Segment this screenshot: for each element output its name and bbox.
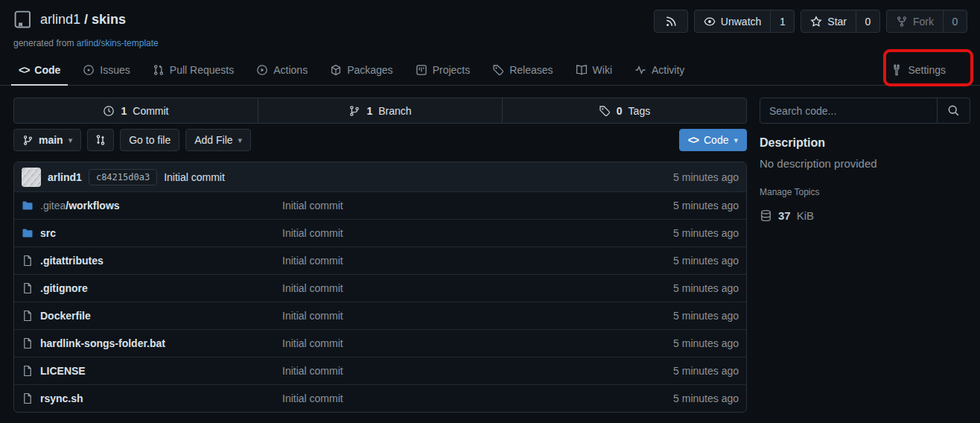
file-list: .gitea/workflows Initial commit 5 minute… <box>14 191 746 412</box>
file-name-link[interactable]: .gitea/workflows <box>22 200 282 212</box>
branch-selector[interactable]: main ▾ <box>13 129 81 151</box>
tab-pull-requests[interactable]: Pull Requests <box>145 55 241 85</box>
file-name-link[interactable]: Dockerfile <box>22 310 282 322</box>
unwatch-label: Unwatch <box>721 16 761 28</box>
file-name-link[interactable]: rsync.sh <box>22 392 282 404</box>
file-row: hardlink-songs-folder.bat Initial commit… <box>14 329 746 357</box>
file-row: Dockerfile Initial commit 5 minutes ago <box>14 302 746 329</box>
gitea-repo-page: arlind1 / skins <box>0 0 980 423</box>
file-row: .gitea/workflows Initial commit 5 minute… <box>14 191 746 219</box>
database-icon <box>760 209 772 222</box>
commits-link[interactable]: 1 Commit <box>14 98 258 123</box>
file-commit-message-link[interactable]: Initial commit <box>282 392 673 404</box>
repo-book-icon <box>13 10 33 29</box>
star-icon <box>810 16 822 28</box>
file-commit-message-link[interactable]: Initial commit <box>282 255 673 267</box>
template-repo-link[interactable]: arlind/skins-template <box>77 38 159 48</box>
wiki-book-icon <box>576 64 588 76</box>
commit-time: 5 minutes ago <box>673 171 739 183</box>
latest-commit-row: arlind1 c84215d0a3 Initial commit 5 minu… <box>14 162 746 191</box>
tab-projects[interactable]: Projects <box>408 55 478 85</box>
repo-title-group: arlind1 / skins <box>13 10 126 29</box>
file-commit-time: 5 minutes ago <box>673 282 739 294</box>
file-commit-message-link[interactable]: Initial commit <box>282 282 673 294</box>
eye-icon <box>704 16 716 28</box>
file-commit-time: 5 minutes ago <box>673 365 739 377</box>
file-commit-message-link[interactable]: Initial commit <box>282 200 673 212</box>
page-title: arlind1 / skins <box>40 12 126 28</box>
repo-summary-bar: 1 Commit 1 Branch <box>13 98 747 124</box>
tab-releases[interactable]: Releases <box>485 55 560 85</box>
stars-count[interactable]: 0 <box>856 10 879 32</box>
star-button[interactable]: Star <box>801 10 856 32</box>
tab-wiki[interactable]: Wiki <box>568 55 620 85</box>
tab-actions[interactable]: Actions <box>249 55 315 85</box>
repo-toolbar: main ▾ Go to file Add File ▾ <box>13 129 747 151</box>
tag-icon <box>492 64 504 76</box>
activity-pulse-icon <box>634 64 646 76</box>
file-commit-message-link[interactable]: Initial commit <box>282 227 673 239</box>
file-commit-message-link[interactable]: Initial commit <box>282 365 673 377</box>
tab-activity[interactable]: Activity <box>627 55 692 85</box>
tab-issues[interactable]: Issues <box>75 55 137 85</box>
folder-icon <box>22 200 34 212</box>
branch-icon <box>349 105 360 117</box>
search-icon <box>947 104 960 117</box>
tab-packages[interactable]: Packages <box>322 55 400 85</box>
tab-settings[interactable]: Settings <box>883 55 953 85</box>
branches-link[interactable]: 1 Branch <box>258 98 502 123</box>
file-icon <box>22 365 34 377</box>
fork-button[interactable]: Fork <box>887 10 943 32</box>
file-icon <box>22 337 34 349</box>
avatar[interactable] <box>22 168 41 187</box>
repo-name-link[interactable]: skins <box>92 12 126 27</box>
commit-message-link[interactable]: Initial commit <box>164 171 225 183</box>
file-commit-time: 5 minutes ago <box>673 392 739 404</box>
tab-code[interactable]: <> Code <box>11 55 68 85</box>
manage-topics-link[interactable]: Manage Topics <box>760 187 970 197</box>
compare-button[interactable] <box>87 129 114 151</box>
repo-tab-nav: <> Code Issues Pull Requests <box>0 55 980 86</box>
unwatch-button[interactable]: Unwatch <box>695 10 770 32</box>
tag-icon <box>599 105 611 117</box>
code-download-button[interactable]: <> Code ▾ <box>679 129 747 151</box>
pull-request-icon <box>153 64 165 76</box>
add-file-button[interactable]: Add File ▾ <box>185 129 251 151</box>
file-row: LICENSE Initial commit 5 minutes ago <box>14 357 746 384</box>
file-row: .gitattributes Initial commit 5 minutes … <box>14 247 746 274</box>
package-icon <box>330 64 342 76</box>
file-icon <box>22 392 34 404</box>
file-name-link[interactable]: src <box>22 227 282 239</box>
file-row: .gitignore Initial commit 5 minutes ago <box>14 274 746 302</box>
forks-count[interactable]: 0 <box>943 10 967 32</box>
fork-label: Fork <box>913 16 934 28</box>
file-icon <box>22 310 34 322</box>
repo-owner-link[interactable]: arlind1 <box>40 12 80 27</box>
star-label: Star <box>827 16 847 28</box>
code-search-box <box>760 98 970 124</box>
file-commit-message-link[interactable]: Initial commit <box>282 337 673 349</box>
file-name-link[interactable]: LICENSE <box>22 365 282 377</box>
rss-button[interactable] <box>655 10 687 32</box>
commit-author-link[interactable]: arlind1 <box>48 171 82 183</box>
file-commit-time: 5 minutes ago <box>673 310 739 322</box>
file-name-link[interactable]: hardlink-songs-folder.bat <box>22 337 282 349</box>
go-to-file-button[interactable]: Go to file <box>120 129 179 151</box>
fork-icon <box>896 16 908 28</box>
file-commit-time: 5 minutes ago <box>673 337 739 349</box>
file-name-link[interactable]: .gitignore <box>22 282 282 294</box>
chevron-down-icon: ▾ <box>238 136 243 145</box>
tags-link[interactable]: 0 Tags <box>502 98 746 123</box>
repo-size-unit: KiB <box>797 209 814 222</box>
file-icon <box>22 282 34 294</box>
chevron-down-icon: ▾ <box>69 136 73 145</box>
watchers-count[interactable]: 1 <box>770 10 794 32</box>
commit-hash-chip[interactable]: c84215d0a3 <box>89 169 157 185</box>
search-button[interactable] <box>937 98 970 123</box>
file-commit-message-link[interactable]: Initial commit <box>282 310 673 322</box>
description-heading: Description <box>760 136 970 150</box>
file-table: arlind1 c84215d0a3 Initial commit 5 minu… <box>13 162 747 413</box>
file-name-link[interactable]: .gitattributes <box>22 255 282 267</box>
fork-button-group: Fork 0 <box>886 10 967 33</box>
search-input[interactable] <box>760 98 937 123</box>
